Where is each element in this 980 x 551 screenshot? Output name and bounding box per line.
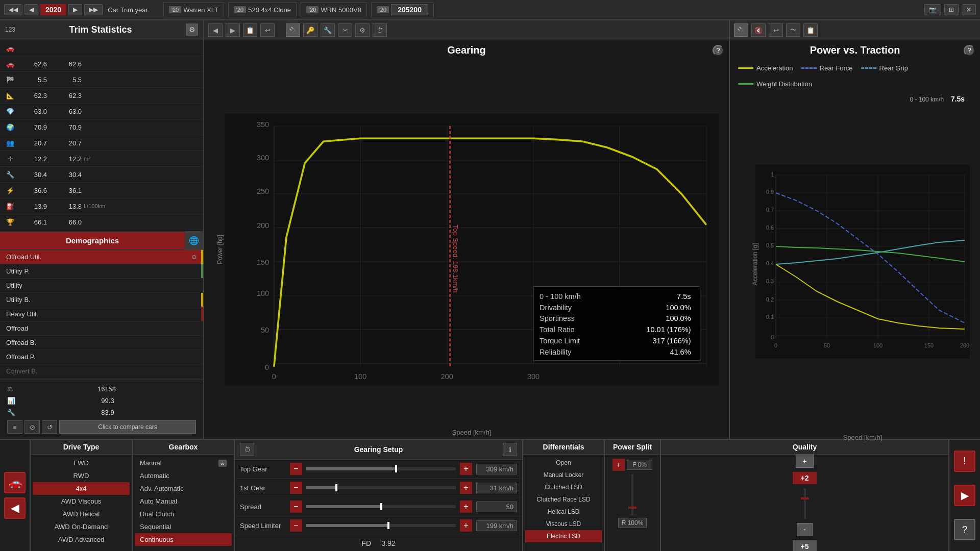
toolbar-timer[interactable]: ⏱	[373, 23, 387, 37]
category-utility[interactable]: Utility	[0, 279, 203, 293]
pvt-toolbar-power[interactable]: 🔌	[734, 23, 748, 37]
diff-viscous-lsd[interactable]: Viscous LSD	[525, 518, 602, 530]
gearing-setup-help[interactable]: ℹ	[503, 443, 517, 456]
gear-slider-speed-limiter[interactable]	[306, 524, 456, 527]
gear-slider-top[interactable]	[306, 467, 456, 470]
gearing-help-btn[interactable]: ?	[713, 45, 724, 56]
globe-btn[interactable]: 🌐	[185, 231, 203, 249]
gear-plus-spread[interactable]: +	[460, 500, 472, 513]
gearbox-continuous[interactable]: Continuous	[135, 533, 232, 546]
gear-minus-1st[interactable]: −	[290, 482, 302, 494]
svg-text:100.0%: 100.0%	[666, 304, 691, 312]
quality-plus-btn[interactable]: +	[796, 455, 813, 468]
drive-fwd[interactable]: FWD	[33, 457, 130, 469]
diff-helical-lsd[interactable]: Helical LSD	[525, 506, 602, 518]
compare-cars-btn[interactable]: Click to compare cars	[59, 420, 196, 434]
category-utility-p[interactable]: Utility P.	[0, 264, 203, 279]
category-heavy-util[interactable]: Heavy Util.	[0, 307, 203, 321]
car-tab-1[interactable]: '20 Warren XLT	[163, 2, 224, 17]
gearbox-adv-automatic[interactable]: Adv. Automatic	[135, 482, 232, 495]
gear-slider-spread[interactable]	[306, 505, 456, 508]
drive-awd-helical[interactable]: AWD Helical	[33, 508, 130, 520]
grid-btn[interactable]: ⊞	[944, 4, 959, 15]
category-util-sport[interactable]: Util. Sport	[0, 379, 203, 380]
compare-no-btn[interactable]: ⊘	[24, 420, 40, 434]
diff-clutched-lsd[interactable]: Clutched LSD	[525, 481, 602, 493]
diff-electric-lsd[interactable]: Electric LSD	[525, 530, 602, 542]
category-utility-b[interactable]: Utility B.	[0, 293, 203, 307]
legend-line-rear-force	[801, 67, 817, 69]
stat-icon-6: 👥	[4, 137, 16, 149]
category-convert-b[interactable]: Convert B.	[0, 364, 203, 379]
drive-awd-viscous[interactable]: AWD Viscous	[33, 495, 130, 508]
pvt-toolbar-copy[interactable]: 📋	[803, 23, 818, 37]
compare-reset-btn[interactable]: ↺	[42, 420, 57, 434]
gearing-setup-icon[interactable]: ⏱	[240, 443, 254, 456]
prev-btn[interactable]: ◀	[24, 4, 38, 15]
toolbar-prev[interactable]: ◀	[208, 23, 223, 37]
gearbox-sequential[interactable]: Sequential	[135, 520, 232, 533]
pvt-toolbar: 🔌 🔇 ↩ 〜 📋	[730, 20, 980, 40]
diff-clutched-race-lsd[interactable]: Clutched Race LSD	[525, 493, 602, 506]
drive-awd-on-demand[interactable]: AWD On-Demand	[33, 520, 130, 533]
action-forward-btn[interactable]: ▶	[954, 485, 975, 506]
toolbar-scissors[interactable]: ✂	[338, 23, 352, 37]
toolbar-wrench[interactable]: 🔧	[321, 23, 335, 37]
toolbar-key[interactable]: 🔑	[303, 23, 317, 37]
gear-minus-top[interactable]: −	[290, 463, 302, 475]
toolbar-next[interactable]: ▶	[226, 23, 240, 37]
action-help-btn[interactable]: ?	[954, 519, 975, 540]
gear-minus-speed-limiter[interactable]: −	[290, 519, 302, 532]
action-exclaim-btn[interactable]: !	[954, 450, 975, 472]
toolbar-undo[interactable]: ↩	[260, 23, 275, 37]
gear-plus-top[interactable]: +	[460, 463, 472, 475]
drive-rwd[interactable]: RWD	[33, 469, 130, 482]
gearbox-auto-manual[interactable]: Auto Manual	[135, 495, 232, 508]
next-next-btn[interactable]: ▶▶	[84, 4, 103, 15]
drive-type-icon-btn[interactable]: 🚗	[4, 472, 26, 493]
car-tab-4[interactable]: '20 205200	[371, 2, 434, 17]
gear-plus-1st[interactable]: +	[460, 482, 472, 494]
toolbar-settings[interactable]: ⚙	[355, 23, 370, 37]
category-offroad-p[interactable]: Offroad P.	[0, 350, 203, 364]
pvt-toolbar-mute[interactable]: 🔇	[751, 23, 766, 37]
camera-btn[interactable]: 📷	[924, 4, 941, 15]
split-slider[interactable]	[631, 474, 633, 515]
pvt-toolbar-undo[interactable]: ↩	[769, 23, 783, 37]
toolbar-power[interactable]: 🔌	[286, 23, 300, 37]
pvt-help-btn[interactable]: ?	[964, 45, 975, 56]
legend-weight-dist: Weight Distribution	[738, 80, 812, 88]
next-btn[interactable]: ▶	[68, 4, 82, 15]
quality-minus-btn[interactable]: -	[797, 523, 813, 536]
car-tab-2[interactable]: '20 520 4x4 Clone	[228, 2, 297, 17]
category-offroad[interactable]: Offroad	[0, 321, 203, 336]
car-tab-3[interactable]: '20 WRN 5000V8	[301, 2, 367, 17]
svg-text:Top Speed: 198.1km/h: Top Speed: 198.1km/h	[452, 225, 459, 293]
gear-plus-speed-limiter[interactable]: +	[460, 519, 472, 532]
svg-text:0 - 100 km/h: 0 - 100 km/h	[540, 292, 581, 300]
diff-open[interactable]: Open	[525, 457, 602, 469]
gear-slider-1st[interactable]	[306, 486, 456, 489]
drive-4x4[interactable]: 4x4	[33, 482, 130, 495]
demographics-btn[interactable]: Demographics	[0, 232, 185, 249]
category-name-2: Utility	[6, 282, 197, 289]
gearbox-dual-clutch[interactable]: Dual Clutch	[135, 508, 232, 520]
pvt-toolbar-wave[interactable]: 〜	[786, 23, 800, 37]
toolbar-copy[interactable]: 📋	[243, 23, 257, 37]
split-plus-f[interactable]: +	[612, 459, 625, 471]
diff-manual-locker[interactable]: Manual Locker	[525, 469, 602, 481]
category-offroad-util[interactable]: Offroad Util. ⚙	[0, 250, 203, 264]
prev-prev-btn[interactable]: ◀◀	[4, 4, 22, 15]
quality-slider[interactable]	[804, 488, 806, 519]
gearbox-manual[interactable]: Manual ∞	[135, 457, 232, 469]
gear-minus-spread[interactable]: −	[290, 500, 302, 513]
close-btn[interactable]: ✕	[962, 4, 976, 15]
drive-back-btn[interactable]: ◀	[4, 497, 26, 519]
drive-awd-advanced[interactable]: AWD Advanced	[33, 533, 130, 546]
gearbox-automatic[interactable]: Automatic	[135, 469, 232, 482]
trim-settings-btn[interactable]: ⚙	[186, 23, 198, 36]
category-offroad-b[interactable]: Offroad B.	[0, 336, 203, 350]
compare-list-btn[interactable]: ≡	[7, 420, 22, 434]
stat-val2-11: 66.0	[51, 218, 82, 226]
category-list: Offroad Util. ⚙ Utility P. Utility Utili…	[0, 250, 203, 380]
